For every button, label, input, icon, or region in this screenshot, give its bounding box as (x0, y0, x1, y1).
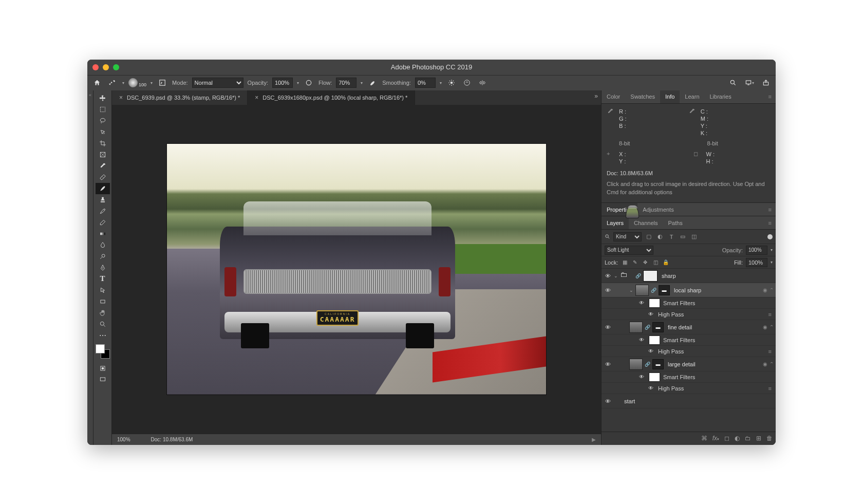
chevron-down-icon[interactable]: ▾ (297, 81, 299, 85)
smart-filters-header[interactable]: 👁Smart Filters (602, 371, 776, 383)
smart-filter-item[interactable]: 👁High Pass≡ (602, 383, 776, 394)
butterfly-icon[interactable] (477, 77, 488, 88)
filter-type-icon[interactable]: T (667, 233, 676, 241)
layer-opacity-input[interactable]: 100% (746, 246, 767, 255)
tool-preset-icon[interactable] (107, 77, 118, 88)
visibility-icon[interactable]: 👁 (647, 385, 655, 391)
blend-mode-select[interactable]: Normal (192, 78, 243, 88)
smart-filter-badge-icon[interactable]: ◉ (763, 324, 767, 330)
adjustment-layer-icon[interactable]: ◐ (735, 435, 740, 442)
close-tab-icon[interactable]: × (119, 94, 123, 101)
canvas[interactable]: CALIFORNIA CAAAAAR (166, 143, 547, 395)
lock-transparency-icon[interactable]: ▦ (621, 259, 628, 266)
smart-filter-item[interactable]: 👁High Pass≡ (602, 309, 776, 320)
more-tools[interactable]: ⋯ (96, 330, 110, 341)
frame-tool[interactable] (96, 149, 110, 160)
mask-thumb[interactable]: ▬ (652, 322, 664, 332)
quick-mask-button[interactable] (96, 363, 110, 374)
pressure-opacity-button[interactable] (303, 77, 314, 88)
chevron-down-icon[interactable]: ▾ (771, 248, 773, 252)
eyedropper-tool[interactable] (96, 160, 110, 172)
visibility-icon[interactable]: 👁 (604, 273, 612, 279)
filter-blend-icon[interactable]: ≡ (768, 348, 776, 354)
link-layers-icon[interactable]: ⌘ (701, 435, 707, 442)
gradient-tool[interactable] (96, 228, 110, 239)
share-button[interactable] (760, 77, 772, 88)
panel-tab-paths[interactable]: Paths (663, 216, 688, 229)
panel-menu-icon[interactable]: ≡ (764, 90, 776, 103)
visibility-icon[interactable]: 👁 (637, 337, 646, 343)
visibility-icon[interactable]: 👁 (647, 311, 655, 317)
visibility-icon[interactable]: 👁 (637, 374, 646, 380)
blend-mode-select[interactable]: Soft Light (605, 246, 653, 255)
minimize-window-button[interactable] (103, 64, 109, 70)
filter-mask-thumb[interactable] (649, 372, 660, 382)
history-brush-tool[interactable] (96, 206, 110, 217)
visibility-icon[interactable]: 👁 (604, 398, 612, 404)
panel-tab-color[interactable]: Color (602, 90, 625, 103)
healing-tool[interactable] (96, 172, 110, 183)
lock-all-icon[interactable]: 🔒 (662, 259, 669, 266)
lock-position-icon[interactable]: ✥ (642, 259, 649, 266)
visibility-icon[interactable]: 👁 (604, 361, 612, 367)
layer-name[interactable]: large detail (666, 361, 761, 367)
panel-tab-info[interactable]: Info (660, 90, 680, 103)
zoom-level[interactable]: 100% (117, 437, 130, 442)
pen-tool[interactable] (96, 262, 110, 273)
panel-tab-adjustments[interactable]: Adjustments (637, 203, 679, 216)
layer-thumb[interactable] (635, 285, 649, 296)
layer-name[interactable]: sharp (660, 273, 774, 279)
document-tab[interactable]: ×DSC_6939x1680px.psd @ 100% (local sharp… (248, 90, 415, 105)
screen-mode-button[interactable]: ▾ (744, 77, 755, 88)
new-group-icon[interactable]: 🗀 (745, 435, 751, 442)
filter-mask-thumb[interactable] (649, 298, 660, 308)
close-tab-icon[interactable]: × (255, 94, 258, 101)
collapse-caret-icon[interactable]: ⌄ (629, 288, 633, 293)
marquee-tool[interactable] (96, 104, 110, 115)
blur-tool[interactable] (96, 239, 110, 251)
canvas-area[interactable]: CALIFORNIA CAAAAAR (112, 105, 601, 434)
filter-smart-icon[interactable]: ◫ (690, 233, 698, 241)
mask-thumb[interactable] (643, 270, 658, 282)
filter-blend-icon[interactable]: ≡ (768, 311, 776, 318)
chevron-down-icon[interactable]: ▾ (361, 81, 363, 85)
dodge-tool[interactable] (96, 251, 110, 262)
filter-adjustment-icon[interactable]: ◐ (656, 233, 664, 241)
path-select-tool[interactable] (96, 285, 110, 296)
filter-shape-icon[interactable]: ▭ (679, 233, 687, 241)
lock-artboard-icon[interactable]: ◫ (652, 259, 659, 266)
collapse-icon[interactable]: ⌃ (770, 361, 774, 367)
crop-tool[interactable] (96, 138, 110, 149)
mask-thumb[interactable]: ▬ (659, 285, 670, 295)
smoothing-options-button[interactable] (446, 77, 457, 88)
layer-item[interactable]: 👁🔗▬fine detail◉⌃ (602, 320, 776, 334)
filter-toggle[interactable] (767, 234, 773, 239)
left-collapse-strip[interactable]: « (87, 90, 93, 445)
home-button[interactable] (91, 77, 103, 88)
type-tool[interactable]: T (96, 273, 110, 285)
smart-filter-badge-icon[interactable]: ◉ (763, 287, 767, 293)
symmetry-button[interactable] (461, 77, 473, 88)
filter-kind-select[interactable]: Kind (613, 232, 642, 241)
layer-mask-icon[interactable]: ◻ (724, 435, 729, 442)
panel-tab-libraries[interactable]: Libraries (705, 90, 737, 103)
filter-mask-thumb[interactable] (649, 335, 660, 345)
layer-group[interactable]: 👁⌄🗀🔗sharp (602, 269, 776, 283)
move-tool[interactable] (96, 92, 110, 104)
filter-pixel-icon[interactable]: ▢ (645, 233, 653, 241)
screen-mode-tool[interactable] (96, 374, 110, 385)
smart-filter-item[interactable]: 👁High Pass≡ (602, 346, 776, 357)
status-arrow-icon[interactable]: ▶ (592, 437, 596, 442)
foreground-swatch[interactable] (96, 344, 105, 353)
lock-image-icon[interactable]: ✎ (631, 259, 639, 266)
chevron-down-icon[interactable]: ▾ (771, 260, 773, 265)
visibility-icon[interactable]: 👁 (604, 287, 612, 293)
search-button[interactable] (727, 77, 739, 88)
layer-item[interactable]: 👁start (602, 394, 776, 408)
close-window-button[interactable] (92, 64, 99, 70)
layer-style-icon[interactable]: fx▾ (712, 435, 719, 442)
fill-input[interactable]: 100% (746, 258, 767, 267)
panel-menu-icon[interactable]: ≡ (764, 216, 776, 229)
chevron-down-icon[interactable]: ▾ (151, 81, 153, 85)
stamp-tool[interactable] (96, 194, 110, 206)
